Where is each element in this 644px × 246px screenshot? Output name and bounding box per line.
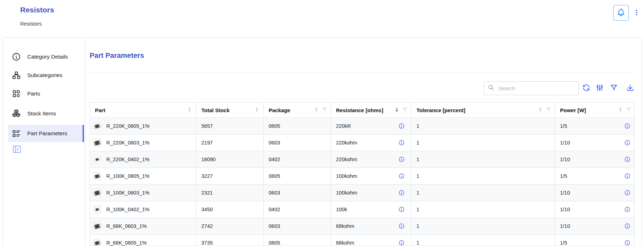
column-label: Tolerance [percent]: [416, 107, 465, 113]
part-cell[interactable]: R_100K_0402_1%: [90, 201, 196, 218]
power-value: 1/5: [560, 240, 567, 246]
resistance-cell: 68kohm: [331, 218, 411, 234]
sidebar-item-parts[interactable]: Parts: [8, 85, 84, 102]
download-button[interactable]: [625, 83, 635, 93]
part-thumbnail: [93, 138, 101, 147]
power-cell: 1/10: [555, 151, 634, 168]
download-icon: [626, 83, 634, 93]
resistor-chip-image: [93, 190, 101, 196]
part-thumbnail: [93, 155, 101, 164]
resistance-value: 220kohm: [336, 157, 357, 162]
table-row[interactable]: R_68K_0805_1% 37350805 68kohm 1 1/5: [90, 235, 634, 246]
part-name: R_220K_0603_1%: [106, 140, 150, 146]
info-icon[interactable]: [398, 240, 405, 246]
info-icon[interactable]: [624, 156, 631, 163]
refresh-button[interactable]: [581, 83, 592, 93]
power-cell: 1/5: [555, 118, 634, 134]
part-cell[interactable]: R_220K_0603_1%: [90, 135, 196, 151]
sidebar-item-subcategories[interactable]: Subcategories: [8, 67, 84, 84]
search-input[interactable]: [498, 85, 570, 92]
column-header-part[interactable]: Part: [90, 103, 196, 117]
table-row[interactable]: R_220K_0805_1% 56570805 220kR 1 1/5: [90, 118, 634, 135]
overflow-menu-button[interactable]: [632, 8, 642, 18]
resistor-chip-image: [94, 174, 101, 179]
info-icon[interactable]: [398, 206, 405, 213]
info-icon[interactable]: [398, 123, 405, 129]
sidebar-item-category-details[interactable]: Category Details: [8, 48, 84, 65]
info-icon[interactable]: [624, 123, 631, 129]
resistance-value: 220kohm: [336, 140, 357, 146]
total-stock-cell: 18090: [196, 151, 264, 168]
table-row[interactable]: R_220K_0603_1% 21970603 220kohm 1 1/10: [90, 135, 634, 151]
info-icon[interactable]: [398, 156, 405, 163]
tolerance-cell: 1: [411, 118, 555, 134]
app-window: Resistors Resistors Category DetailsSubc…: [0, 0, 644, 246]
resistor-chip-image: [94, 124, 101, 129]
info-icon[interactable]: [624, 173, 631, 179]
search-icon: [484, 84, 495, 93]
table-row[interactable]: R_100K_0603_1% 23210603 100kohm 1 1/10: [90, 185, 634, 201]
column-label: Package: [269, 107, 290, 113]
part-cell[interactable]: R_220K_0402_1%: [90, 151, 196, 168]
info-icon[interactable]: [624, 206, 631, 213]
breadcrumb[interactable]: Resistors: [20, 21, 41, 27]
info-icon[interactable]: [624, 223, 631, 229]
notifications-button[interactable]: [613, 5, 629, 21]
part-name: R_100K_0805_1%: [106, 173, 150, 179]
filter-button[interactable]: [609, 83, 619, 93]
package-cell: 0603: [264, 218, 331, 234]
column-header-power-w[interactable]: Power [W]: [555, 103, 634, 117]
info-icon[interactable]: [624, 140, 631, 146]
filter-icon: [610, 83, 618, 93]
table-row[interactable]: R_100K_0805_1% 32270805 100kohm 1 1/5: [90, 168, 634, 185]
table-row[interactable]: R_68K_0603_1% 27420603 68kohm 1 1/10: [90, 218, 634, 235]
part-name: R_100K_0402_1%: [106, 207, 150, 212]
part-cell[interactable]: R_68K_0603_1%: [90, 218, 196, 234]
column-header-total-stock[interactable]: Total Stock: [196, 103, 264, 117]
sidebar-item-part-parameters[interactable]: Part Parameters: [8, 125, 84, 142]
package-cell: 0805: [264, 118, 331, 134]
part-cell[interactable]: R_100K_0805_1%: [90, 168, 196, 184]
resistance-cell: 100kohm: [331, 168, 411, 184]
info-icon[interactable]: [398, 173, 405, 179]
tolerance-cell: 1: [411, 218, 555, 234]
adjustments-button[interactable]: [594, 83, 605, 93]
resistance-cell: 100kohm: [331, 185, 411, 201]
info-icon[interactable]: [624, 190, 631, 196]
part-name: R_100K_0603_1%: [106, 190, 150, 196]
sidebar-collapse-button[interactable]: [11, 144, 22, 155]
filter-icon[interactable]: [322, 107, 327, 113]
sitemap-icon: [12, 71, 21, 80]
power-value: 1/5: [560, 173, 567, 179]
filter-icon[interactable]: [546, 107, 551, 113]
resistor-chip-image: [93, 223, 101, 229]
info-icon[interactable]: [398, 223, 405, 229]
info-icon[interactable]: [624, 240, 631, 246]
sort-desc-icon[interactable]: [394, 106, 400, 114]
heading-divider: [90, 72, 634, 73]
sort-icon[interactable]: [537, 106, 543, 114]
sort-icon[interactable]: [617, 106, 623, 114]
sort-icon[interactable]: [254, 106, 260, 114]
part-cell[interactable]: R_68K_0805_1%: [90, 235, 196, 246]
part-cell[interactable]: R_100K_0603_1%: [90, 185, 196, 201]
category-grid-icon: [12, 89, 21, 98]
table-row[interactable]: R_220K_0402_1% 180900402 220kohm 1 1/10: [90, 151, 634, 168]
column-header-tolerance-percent[interactable]: Tolerance [percent]: [411, 103, 555, 117]
info-icon[interactable]: [398, 190, 405, 196]
column-header-resistance-ohms[interactable]: Resistance [ohms]: [331, 103, 411, 117]
info-icon[interactable]: [398, 140, 405, 146]
sidebar-item-stock-items[interactable]: Stock Items: [8, 105, 84, 122]
table-row[interactable]: R_100K_0402_1% 34500402 100k 1 1/10: [90, 201, 634, 218]
resistance-value: 68kohm: [336, 223, 354, 229]
column-header-package[interactable]: Package: [264, 103, 331, 117]
sort-icon[interactable]: [313, 106, 319, 114]
column-label: Resistance [ohms]: [336, 107, 383, 113]
sort-icon[interactable]: [186, 106, 192, 114]
refresh-icon: [582, 83, 590, 93]
filter-icon[interactable]: [402, 107, 408, 113]
list-details-icon: [12, 129, 21, 138]
part-cell[interactable]: R_220K_0805_1%: [90, 118, 196, 134]
tolerance-cell: 1: [411, 135, 555, 151]
filter-icon[interactable]: [626, 107, 631, 113]
